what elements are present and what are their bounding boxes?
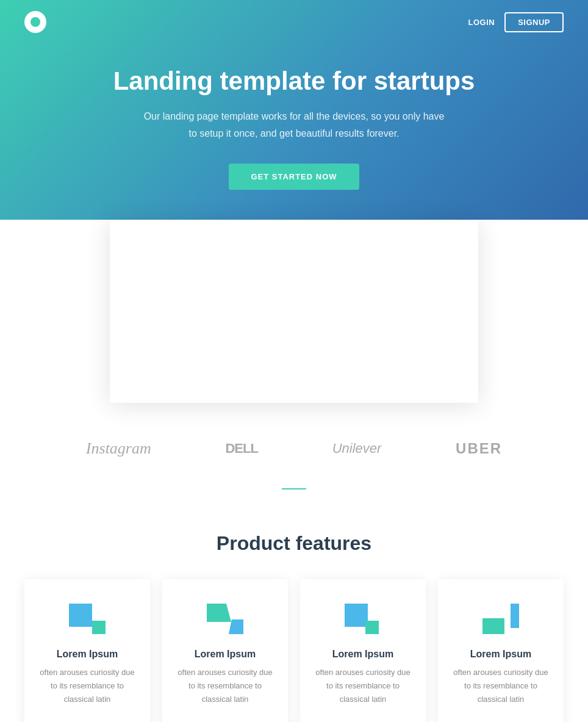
feature-card-3: Lorem Ipsum often arouses curiosity due …	[300, 579, 426, 722]
feature-desc-2: often arouses curiosity due to its resem…	[174, 666, 276, 706]
section-divider	[282, 488, 306, 489]
get-started-button[interactable]: GET STARTED NOW	[229, 164, 359, 190]
feature-desc-4: often arouses curiosity due to its resem…	[450, 666, 551, 706]
feature-icon-2	[207, 604, 243, 634]
brand-instagram: Instagram	[86, 439, 151, 458]
feature-icon-4	[482, 604, 519, 634]
feature-icon-1	[69, 604, 106, 634]
screenshot-section	[0, 220, 588, 403]
feature-title-3: Lorem Ipsum	[332, 649, 393, 660]
features-grid: Lorem Ipsum often arouses curiosity due …	[24, 579, 564, 722]
screenshot-card	[110, 220, 478, 403]
feature-card-1: Lorem Ipsum often arouses curiosity due …	[24, 579, 150, 722]
navbar: LOGIN SIGNUP	[0, 0, 588, 44]
brand-unilever: Unilever	[332, 441, 382, 457]
feature-card-4: Lorem Ipsum often arouses curiosity due …	[438, 579, 564, 722]
logo[interactable]	[24, 11, 46, 33]
nav-actions: LOGIN SIGNUP	[468, 12, 564, 32]
signup-button[interactable]: SIGNUP	[504, 12, 564, 32]
brand-uber: UBER	[456, 440, 502, 457]
hero-title: Landing template for startups	[113, 67, 475, 96]
feature-desc-1: often arouses curiosity due to its resem…	[37, 666, 138, 706]
brands-section: Instagram DELL Unilever UBER	[0, 403, 588, 488]
logo-dot	[30, 17, 40, 27]
login-button[interactable]: LOGIN	[468, 18, 495, 27]
feature-card-2: Lorem Ipsum often arouses curiosity due …	[162, 579, 288, 722]
features-title: Product features	[24, 532, 564, 555]
feature-title-2: Lorem Ipsum	[195, 649, 256, 660]
brand-dell: DELL	[225, 441, 257, 457]
features-section: Product features Lorem Ipsum often arous…	[0, 520, 588, 722]
feature-title-1: Lorem Ipsum	[57, 649, 118, 660]
feature-title-4: Lorem Ipsum	[470, 649, 531, 660]
hero-subtitle: Our landing page template works for all …	[142, 108, 446, 141]
feature-desc-3: often arouses curiosity due to its resem…	[312, 666, 414, 706]
feature-icon-3	[345, 604, 381, 634]
